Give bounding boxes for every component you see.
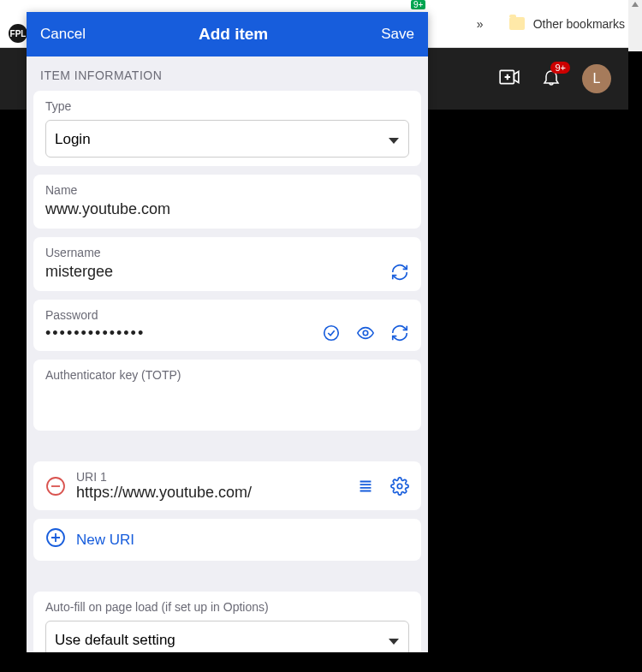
password-label: Password [45,308,409,322]
totp-card: Authenticator key (TOTP) [33,360,421,431]
vertical-scrollbar[interactable] [628,0,642,51]
other-bookmarks-link[interactable]: Other bookmarks [533,17,625,31]
notifications-button[interactable]: 9+ [541,67,562,91]
new-uri-button[interactable]: New URI [33,519,421,561]
extension-count-badge: 9+ [411,0,425,9]
totp-field[interactable] [45,384,409,405]
new-uri-label: New URI [76,532,134,549]
minus-circle-icon [45,476,66,497]
save-button[interactable]: Save [381,26,414,43]
name-label: Name [45,183,409,197]
generate-username-button[interactable] [390,263,409,282]
refresh-icon [390,263,409,282]
autofill-label: Auto-fill on page load (if set up in Opt… [45,600,409,614]
username-label: Username [45,246,409,259]
type-select[interactable]: Login [45,120,409,158]
autofill-card: Auto-fill on page load (if set up in Opt… [33,592,421,652]
name-field[interactable] [45,199,409,220]
popup-title: Add item [199,25,268,44]
svg-point-4 [397,484,402,489]
extension-popup: Cancel Add item Save ITEM INFORMATION Ty… [27,12,428,652]
uri-field[interactable]: https://www.youtube.com/ [76,484,356,502]
username-field[interactable] [45,261,390,282]
avatar[interactable]: L [582,64,611,93]
popup-header: Cancel Add item Save [27,12,428,56]
refresh-icon [390,324,409,342]
totp-label: Authenticator key (TOTP) [45,368,409,382]
svg-point-1 [324,326,339,341]
notification-badge: 9+ [550,62,570,74]
uri-options-button[interactable] [390,477,409,496]
list-icon [356,477,375,496]
bell-icon [541,75,562,90]
gear-icon [390,477,409,496]
password-card: Password •••••••••••••• [33,300,421,351]
bookmarks-folder-icon[interactable] [509,17,525,30]
uri-card: URI 1 https://www.youtube.com/ [33,461,421,510]
uri-label: URI 1 [76,470,356,484]
check-password-button[interactable] [322,324,341,342]
more-bookmarks-chevron[interactable]: » [477,17,484,31]
remove-uri-button[interactable] [45,476,66,497]
site-badge: FPL [9,24,27,43]
create-video-icon[interactable] [498,66,520,92]
autofill-select[interactable]: Use default setting [45,621,409,652]
uri-match-button[interactable] [356,477,375,496]
name-card: Name [33,175,421,229]
plus-circle-icon [45,527,66,552]
type-card: Type Login [33,91,421,166]
section-header: ITEM INFORMATION [27,56,428,91]
toggle-password-button[interactable] [356,324,375,342]
eye-icon [356,324,375,342]
type-label: Type [45,99,409,113]
check-circle-icon [322,324,341,342]
password-field[interactable]: •••••••••••••• [45,324,322,342]
generate-password-button[interactable] [390,324,409,342]
cancel-button[interactable]: Cancel [40,26,86,43]
svg-point-2 [363,330,368,336]
username-card: Username [33,237,421,291]
